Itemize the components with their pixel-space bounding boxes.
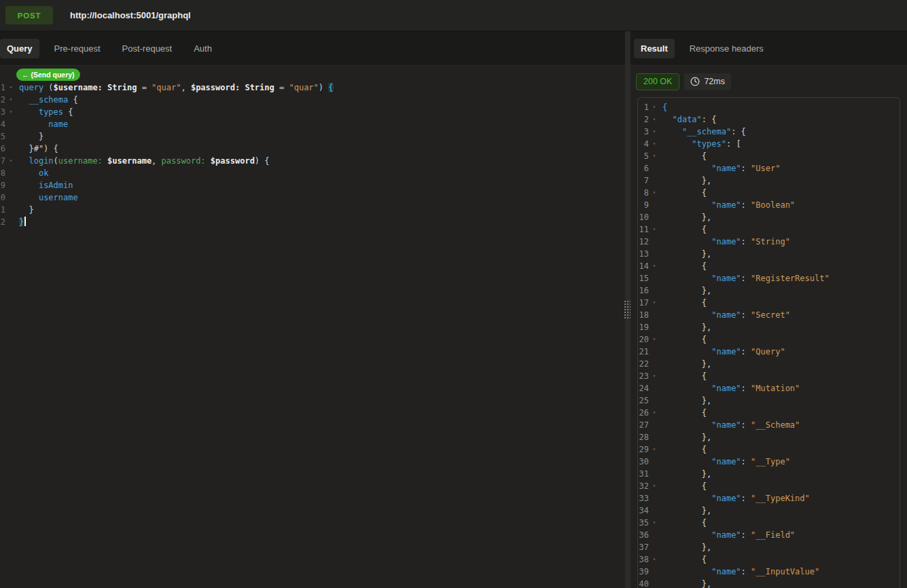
code-text: }, — [662, 541, 711, 553]
fold-arrow-icon[interactable]: ▾ — [649, 126, 660, 138]
code-line[interactable]: 27 "name": "__Schema" — [638, 419, 900, 431]
fold-arrow-icon[interactable]: ▾ — [649, 370, 660, 382]
line-number: 23 — [638, 370, 649, 382]
code-line[interactable]: 2▾ "data": { — [638, 113, 900, 126]
tab-query[interactable]: Query — [0, 39, 39, 58]
fold-arrow-icon[interactable]: ▾ — [649, 138, 660, 150]
fold-arrow-icon[interactable]: ▾ — [5, 81, 16, 94]
fold-arrow-icon[interactable]: ▾ — [649, 223, 660, 236]
response-viewer-box: 1▾{2▾ "data": {3▾ "__schema": {4▾ "types… — [637, 97, 900, 588]
code-line[interactable]: 1▾query ($username: String = "quar", $pa… — [0, 81, 625, 94]
fold-arrow-icon[interactable]: ▾ — [649, 150, 660, 162]
code-line[interactable]: 36 "name": "__Field" — [638, 529, 900, 541]
code-line[interactable]: 12} — [0, 216, 625, 228]
fold-arrow-icon[interactable]: ▾ — [649, 187, 660, 199]
fold-arrow-icon[interactable]: ▾ — [649, 101, 660, 113]
code-line[interactable]: 19 }, — [638, 321, 900, 333]
line-number: 1 — [0, 81, 5, 94]
code-text: login(username: $username, password: $pa… — [19, 155, 270, 167]
code-line[interactable]: 10 }, — [638, 211, 900, 223]
code-text: { — [662, 101, 667, 113]
code-text: { — [662, 407, 707, 419]
code-line[interactable]: 33 "name": "__TypeKind" — [638, 492, 900, 504]
panel-resize-handle[interactable] — [625, 31, 630, 588]
send-query-button[interactable]: ← (Send query) — [16, 69, 80, 81]
code-line[interactable]: 28 }, — [638, 431, 900, 443]
code-line[interactable]: 31 }, — [638, 468, 900, 480]
code-line[interactable]: 8 ok — [0, 167, 625, 179]
request-url[interactable]: http://localhost:5001/graphql — [70, 10, 191, 20]
code-line[interactable]: 29▾ { — [638, 443, 900, 456]
request-bar: POST http://localhost:5001/graphql — [0, 0, 907, 31]
code-line[interactable]: 20▾ { — [638, 333, 900, 346]
code-line[interactable]: 32▾ { — [638, 480, 900, 492]
code-line[interactable]: 10 username — [0, 191, 625, 204]
code-line[interactable]: 38▾ { — [638, 553, 900, 566]
code-line[interactable]: 14▾ { — [638, 260, 900, 272]
code-line[interactable]: 18 "name": "Secret" — [638, 309, 900, 321]
code-line[interactable]: 7 }, — [638, 174, 900, 187]
code-line[interactable]: 35▾ { — [638, 517, 900, 529]
code-line[interactable]: 17▾ { — [638, 297, 900, 309]
fold-arrow-icon[interactable]: ▾ — [649, 260, 660, 272]
code-text: { — [662, 187, 707, 199]
fold-arrow-icon[interactable]: ▾ — [649, 517, 660, 529]
code-line[interactable]: 7▾ login(username: $username, password: … — [0, 155, 625, 167]
code-line[interactable]: 2▾ __schema { — [0, 94, 625, 106]
fold-arrow-icon[interactable]: ▾ — [649, 553, 660, 566]
fold-arrow-icon[interactable]: ▾ — [5, 155, 16, 167]
method-button[interactable]: POST — [5, 6, 53, 24]
code-line[interactable]: 16 }, — [638, 284, 900, 297]
code-line[interactable]: 3▾ types { — [0, 106, 625, 118]
code-line[interactable]: 1▾{ — [638, 101, 900, 113]
code-line[interactable]: 4▾ "types": [ — [638, 138, 900, 150]
code-line[interactable]: 11▾ { — [638, 223, 900, 236]
code-line[interactable]: 22 }, — [638, 358, 900, 370]
fold-arrow-icon[interactable]: ▾ — [5, 94, 16, 106]
code-line[interactable]: 39 "name": "__InputValue" — [638, 566, 900, 578]
tab-post-request[interactable]: Post-request — [115, 39, 179, 58]
code-line[interactable]: 3▾ "__schema": { — [638, 126, 900, 138]
fold-arrow-icon — [649, 174, 660, 187]
code-line[interactable]: 24 "name": "Mutation" — [638, 382, 900, 394]
tab-pre-request[interactable]: Pre-request — [48, 39, 107, 58]
tab-auth[interactable]: Auth — [187, 39, 219, 58]
code-line[interactable]: 8▾ { — [638, 187, 900, 199]
code-line[interactable]: 25 }, — [638, 394, 900, 407]
fold-arrow-icon[interactable]: ▾ — [649, 407, 660, 419]
line-number: 35 — [638, 517, 649, 529]
fold-arrow-icon[interactable]: ▾ — [649, 113, 660, 126]
code-line[interactable]: 5 } — [0, 130, 625, 143]
line-number: 9 — [638, 199, 649, 211]
code-line[interactable]: 37 }, — [638, 541, 900, 553]
fold-arrow-icon[interactable]: ▾ — [649, 297, 660, 309]
fold-arrow-icon[interactable]: ▾ — [649, 480, 660, 492]
fold-arrow-icon[interactable]: ▾ — [649, 443, 660, 456]
tab-result[interactable]: Result — [634, 39, 675, 58]
code-line[interactable]: 6 "name": "User" — [638, 162, 900, 174]
code-line[interactable]: 11 } — [0, 204, 625, 216]
query-editor[interactable]: 1▾query ($username: String = "quar", $pa… — [0, 81, 625, 228]
code-line[interactable]: 23▾ { — [638, 370, 900, 382]
response-viewer[interactable]: 1▾{2▾ "data": {3▾ "__schema": {4▾ "types… — [638, 101, 900, 588]
line-number: 39 — [638, 566, 649, 578]
code-line[interactable]: 9 isAdmin — [0, 179, 625, 191]
line-number: 9 — [0, 179, 5, 191]
code-line[interactable]: 9 "name": "Boolean" — [638, 199, 900, 211]
code-text: "name": "__InputValue" — [662, 566, 819, 578]
tab-response-headers[interactable]: Response headers — [683, 39, 770, 58]
code-line[interactable]: 4 name — [0, 118, 625, 130]
code-text: name — [19, 118, 68, 130]
code-line[interactable]: 40 }, — [638, 578, 900, 588]
code-line[interactable]: 13 }, — [638, 248, 900, 260]
code-line[interactable]: 30 "name": "__Type" — [638, 456, 900, 468]
code-line[interactable]: 15 "name": "RegisterResult" — [638, 272, 900, 284]
code-line[interactable]: 12 "name": "String" — [638, 236, 900, 248]
code-line[interactable]: 34 }, — [638, 504, 900, 517]
code-line[interactable]: 26▾ { — [638, 407, 900, 419]
code-line[interactable]: 6 }#") { — [0, 143, 625, 155]
fold-arrow-icon[interactable]: ▾ — [649, 333, 660, 346]
code-line[interactable]: 5▾ { — [638, 150, 900, 162]
code-line[interactable]: 21 "name": "Query" — [638, 346, 900, 358]
fold-arrow-icon[interactable]: ▾ — [5, 106, 16, 118]
